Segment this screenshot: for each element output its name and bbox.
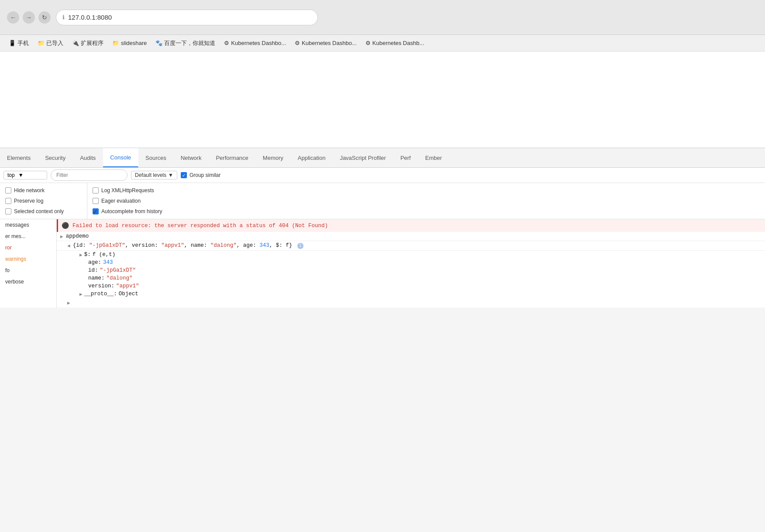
- hide-network-option[interactable]: Hide network: [5, 186, 82, 195]
- bookmark-k8s3[interactable]: ⚙ Kubernetes Dashb...: [362, 38, 428, 48]
- console-body: messages er mes... ror warnings fo verbo…: [0, 219, 765, 307]
- bookmarks-bar: 📱 手机 📁 已导入 🔌 扩展程序 📁 slideshare 🐾 百度一下，你就…: [0, 35, 765, 52]
- default-levels-label: Default levels: [135, 172, 166, 178]
- sidebar-label-errors: ror: [5, 245, 12, 251]
- extension-icon: 🔌: [72, 40, 79, 46]
- levels-arrow-icon: ▼: [168, 172, 173, 178]
- sidebar-item-errors[interactable]: ror: [0, 242, 56, 253]
- filter-input[interactable]: [51, 169, 128, 181]
- bookmark-label: 手机: [17, 39, 29, 47]
- log-xmlhttp-checkbox[interactable]: [93, 187, 99, 193]
- bookmark-k8s1[interactable]: ⚙ Kubernetes Dashbo...: [221, 38, 289, 48]
- tab-js-profiler[interactable]: JavaScript Profiler: [333, 148, 393, 167]
- sidebar-item-verbose[interactable]: verbose: [0, 276, 56, 287]
- sidebar-item-messages[interactable]: messages: [0, 219, 56, 231]
- obj-dollar-line: ▶ $: f (e,t): [57, 251, 765, 259]
- object-root-line: ◀ ▶ {id: "-jpGa1xDT", version: "appv1", …: [57, 241, 765, 251]
- back-button[interactable]: ←: [7, 11, 19, 24]
- tab-perf[interactable]: Perf: [393, 148, 418, 167]
- object-info-icon[interactable]: i: [297, 243, 303, 249]
- object-root-content: {id: "-jpGa1xDT", version: "appv1", name…: [73, 242, 303, 249]
- appdemo-log-line: ▶ appdemo: [57, 232, 765, 241]
- options-left: Hide network Preserve log Selected conte…: [0, 183, 87, 219]
- k8s-icon-2: ⚙: [295, 40, 300, 46]
- bookmark-imported[interactable]: 📁 已导入: [34, 38, 67, 48]
- forward-button[interactable]: →: [23, 11, 35, 24]
- selected-context-checkbox[interactable]: [5, 208, 11, 214]
- context-select[interactable]: top ▼: [3, 171, 47, 180]
- bookmark-extensions[interactable]: 🔌 扩展程序: [69, 38, 107, 48]
- url-text: 127.0.0.1:8080: [68, 14, 112, 21]
- preserve-log-option[interactable]: Preserve log: [5, 196, 82, 206]
- selected-context-option[interactable]: Selected context only: [5, 207, 82, 216]
- log-xmlhttp-option[interactable]: Log XMLHttpRequests: [93, 186, 760, 195]
- error-circle-icon: ⚫: [62, 222, 69, 229]
- tab-network[interactable]: Network: [174, 148, 209, 167]
- appdemo-label: appdemo: [66, 233, 89, 239]
- bookmark-label: Kubernetes Dashb...: [372, 40, 424, 46]
- folder-icon: 📁: [38, 40, 45, 46]
- expand-arrow-appdemo[interactable]: ▶: [60, 234, 63, 239]
- console-sidebar: messages er mes... ror warnings fo verbo…: [0, 219, 57, 307]
- tab-memory[interactable]: Memory: [256, 148, 291, 167]
- baidu-icon: 🐾: [155, 40, 162, 46]
- sidebar-label-messages: messages: [5, 222, 29, 228]
- info-icon: ℹ: [62, 14, 65, 21]
- tab-ember[interactable]: Ember: [418, 148, 449, 167]
- error-line: ⚫ Failed to load resource: the server re…: [57, 219, 765, 232]
- sidebar-label-info: fo: [5, 267, 10, 273]
- tab-sources[interactable]: Sources: [138, 148, 174, 167]
- bookmark-baidu[interactable]: 🐾 百度一下，你就知道: [152, 38, 219, 48]
- bookmark-slideshare[interactable]: 📁 slideshare: [109, 38, 150, 48]
- selected-context-label: Selected context only: [14, 208, 64, 214]
- sidebar-label-user-messages: er mes...: [5, 233, 26, 239]
- tab-audits[interactable]: Audits: [73, 148, 103, 167]
- reload-button[interactable]: ↻: [38, 11, 51, 24]
- autocomplete-label: Autocomplete from history: [101, 208, 162, 214]
- obj-age-line: age: 343: [57, 259, 765, 266]
- page-content: [0, 52, 765, 148]
- tab-elements[interactable]: Elements: [0, 148, 38, 167]
- group-similar-checkbox-area[interactable]: ✓ Group similar: [181, 172, 221, 178]
- options-row: Hide network Preserve log Selected conte…: [0, 183, 765, 219]
- group-similar-checkbox[interactable]: ✓: [181, 172, 187, 178]
- autocomplete-checkbox[interactable]: ✓: [93, 208, 99, 214]
- eager-eval-option[interactable]: Eager evaluation: [93, 196, 760, 206]
- preserve-log-checkbox[interactable]: [5, 198, 11, 204]
- bookmark-mobile[interactable]: 📱 手机: [5, 38, 32, 48]
- console-output: ⚫ Failed to load resource: the server re…: [57, 219, 765, 307]
- obj-version-line: version: "appv1": [57, 282, 765, 290]
- sidebar-item-info[interactable]: fo: [0, 265, 56, 276]
- eager-eval-label: Eager evaluation: [101, 198, 141, 204]
- context-label: top: [7, 172, 15, 178]
- collapse-arrow-obj[interactable]: ◀: [67, 243, 70, 249]
- bookmark-label: 百度一下，你就知道: [164, 39, 215, 47]
- sidebar-item-user-messages[interactable]: er mes...: [0, 231, 56, 242]
- prompt-arrow: ▶: [67, 300, 70, 306]
- expand-dollar-arrow[interactable]: ▶: [79, 252, 83, 258]
- options-right: Log XMLHttpRequests Eager evaluation ✓ A…: [87, 183, 765, 219]
- bookmark-k8s2[interactable]: ⚙ Kubernetes Dashbo...: [291, 38, 360, 48]
- tab-application[interactable]: Application: [291, 148, 333, 167]
- sidebar-item-warnings[interactable]: warnings: [0, 253, 56, 265]
- sidebar-label-verbose: verbose: [5, 279, 24, 285]
- tab-performance[interactable]: Performance: [209, 148, 255, 167]
- log-xmlhttp-label: Log XMLHttpRequests: [101, 187, 154, 193]
- address-bar[interactable]: ℹ 127.0.0.1:8080: [56, 10, 318, 25]
- dropdown-arrow-icon: ▼: [18, 172, 24, 178]
- tab-security[interactable]: Security: [38, 148, 73, 167]
- default-levels-dropdown[interactable]: Default levels ▼: [131, 171, 177, 180]
- obj-proto-line: ▶ __proto__: Object: [57, 290, 765, 298]
- autocomplete-option[interactable]: ✓ Autocomplete from history: [93, 207, 760, 216]
- expand-proto-arrow[interactable]: ▶: [79, 291, 83, 297]
- tab-console[interactable]: Console: [103, 148, 138, 167]
- obj-name-line: name: "dalong": [57, 274, 765, 282]
- error-message: Failed to load resource: the server resp…: [72, 223, 328, 229]
- hide-network-checkbox[interactable]: [5, 187, 11, 193]
- sidebar-label-warnings: warnings: [5, 256, 26, 262]
- bookmark-label: Kubernetes Dashbo...: [302, 40, 357, 46]
- nav-icons: ← → ↻: [7, 11, 51, 24]
- eager-eval-checkbox[interactable]: [93, 198, 99, 204]
- browser-chrome: ← → ↻ ℹ 127.0.0.1:8080: [0, 0, 765, 35]
- bookmark-label: slideshare: [121, 40, 147, 46]
